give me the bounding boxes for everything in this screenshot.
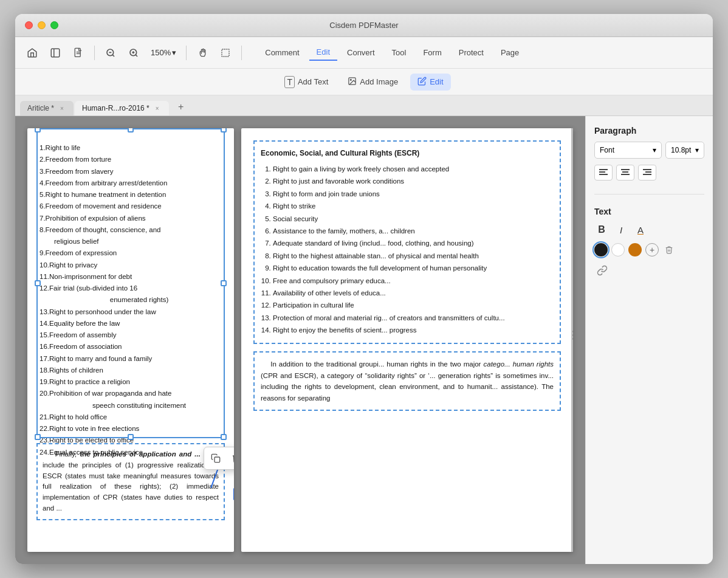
pdf-page-left[interactable]: 1.Right to life 2.Freedom from torture 3… xyxy=(27,128,234,552)
pdf-page-right[interactable]: Economic, Social, and Cultural Rights (E… xyxy=(241,128,573,552)
doc-tab-human-label: Human-R...ro-2016 * xyxy=(82,104,149,112)
solidarity-text-box[interactable]: In addition to the traditional groupi...… xyxy=(253,351,561,411)
list-item: 7.Prohibition of expulsion of aliens xyxy=(39,213,222,224)
doc-tab-article[interactable]: Ariticle * × xyxy=(20,101,74,115)
zoom-in-icon[interactable] xyxy=(124,43,143,63)
list-item: 21.Right to hold office xyxy=(39,412,222,422)
tab-page[interactable]: Page xyxy=(493,45,526,60)
pdf-area: 1.Right to life 2.Freedom from torture 3… xyxy=(15,116,585,564)
context-menu xyxy=(204,447,234,470)
pdf-left-content: 1.Right to life 2.Freedom from torture 3… xyxy=(39,143,222,458)
window-title: Cisdem PDFMaster xyxy=(329,21,398,30)
svg-rect-19 xyxy=(599,174,608,175)
list-item: 1.Right to life xyxy=(39,143,222,153)
add-image-button[interactable]: Add Image xyxy=(340,74,405,91)
paragraph-section: Paragraph Font ▾ 10.8pt ▾ xyxy=(594,126,704,182)
svg-rect-25 xyxy=(643,174,651,175)
tab-tool[interactable]: Tool xyxy=(385,45,414,60)
list-item: 14.Equality before the law xyxy=(39,318,222,329)
bold-button[interactable]: B xyxy=(594,222,609,237)
escr-text-box[interactable]: Economic, Social, and Cultural Rights (E… xyxy=(253,140,561,344)
list-item: 16.Freedom of association xyxy=(39,342,222,352)
font-size-selector[interactable]: 10.8pt ▾ xyxy=(665,142,704,159)
text-section: Text B I A + xyxy=(594,207,704,278)
list-item: 5.Right to humane treatment in detention xyxy=(39,190,222,200)
font-selector[interactable]: Font ▾ xyxy=(594,142,662,159)
solidarity-text: In addition to the traditional groupi...… xyxy=(261,359,554,404)
svg-rect-22 xyxy=(621,174,630,175)
font-controls: Font ▾ 10.8pt ▾ xyxy=(594,142,704,159)
paragraph-text: Finally, the principles of application a… xyxy=(43,449,219,514)
divider1 xyxy=(94,46,95,60)
context-copy-button[interactable] xyxy=(207,450,225,467)
hand-tool-icon[interactable] xyxy=(193,43,212,63)
doc-tab-human[interactable]: Human-R...ro-2016 * × xyxy=(75,101,169,115)
list-item: 10.Right to privacy xyxy=(39,260,222,270)
text-box-paragraph[interactable]: Finally, the principles of application a… xyxy=(36,443,225,520)
maximize-button[interactable] xyxy=(50,21,58,29)
add-text-button[interactable]: T Add Text xyxy=(277,73,335,91)
file-icon[interactable] xyxy=(69,43,88,63)
list-item: 11.Non-imprisonment for debt xyxy=(39,272,222,282)
mouse-cursor xyxy=(231,487,234,507)
color-delete-button[interactable] xyxy=(662,243,676,256)
close-button[interactable] xyxy=(25,21,33,29)
paragraph-section-title: Paragraph xyxy=(594,126,704,136)
titlebar: Cisdem PDFMaster xyxy=(15,14,713,37)
doc-tab-article-label: Ariticle * xyxy=(27,104,54,112)
zoom-level-text: 150% xyxy=(151,48,171,57)
add-text-label: Add Text xyxy=(298,77,328,86)
svg-rect-12 xyxy=(222,49,229,57)
doc-tab-article-close[interactable]: × xyxy=(58,104,66,112)
align-left-button[interactable] xyxy=(594,165,613,181)
svg-rect-21 xyxy=(622,171,628,173)
color-black[interactable] xyxy=(594,243,608,256)
underline-a-button[interactable]: A xyxy=(633,222,648,237)
list-item: enumerated rights) xyxy=(57,295,222,305)
list-item: 13.Right to personhood under the law xyxy=(39,307,222,317)
home-icon[interactable] xyxy=(22,43,42,63)
escr-heading: Economic, Social, and Cultural Rights (E… xyxy=(261,148,554,159)
edit-button[interactable]: Edit xyxy=(410,74,450,91)
font-label: Font xyxy=(600,146,614,154)
sidebar-toggle-icon[interactable] xyxy=(46,43,65,63)
nav-tabs: Comment Edit Convert Tool Form Protect P… xyxy=(258,44,526,61)
divider3 xyxy=(241,46,242,60)
main-content: 1.Right to life 2.Freedom from torture 3… xyxy=(15,116,713,564)
color-orange[interactable] xyxy=(628,243,642,256)
drag-handle[interactable] xyxy=(571,323,573,348)
list-item: speech constituting incitement xyxy=(57,401,222,411)
italic-button[interactable]: I xyxy=(614,222,628,237)
list-item: 19.Right to practice a religion xyxy=(39,377,222,387)
link-button[interactable] xyxy=(594,263,610,278)
svg-marker-16 xyxy=(233,488,234,503)
color-white[interactable] xyxy=(611,243,625,256)
zoom-out-icon[interactable] xyxy=(101,43,120,63)
align-right-button[interactable] xyxy=(638,165,656,181)
tab-protect[interactable]: Protect xyxy=(452,45,491,60)
edit-label: Edit xyxy=(430,77,443,86)
doc-tab-human-close[interactable]: × xyxy=(153,104,162,112)
svg-rect-17 xyxy=(599,169,608,170)
right-panel: Paragraph Font ▾ 10.8pt ▾ xyxy=(585,116,713,564)
svg-rect-20 xyxy=(621,169,630,170)
tab-form[interactable]: Form xyxy=(416,45,448,60)
traffic-lights xyxy=(25,21,58,29)
list-item: 2.Freedom from torture xyxy=(39,154,222,165)
color-add-button[interactable]: + xyxy=(645,243,659,256)
list-item: 8.Freedom of thought, conscience, and xyxy=(39,225,222,235)
add-image-icon xyxy=(348,77,357,88)
tab-edit[interactable]: Edit xyxy=(309,44,337,61)
add-tab-button[interactable]: + xyxy=(173,98,190,115)
list-item: 3.Freedom from slavery xyxy=(39,167,222,177)
edit-icon xyxy=(417,77,427,88)
align-center-button[interactable] xyxy=(616,165,634,181)
zoom-level-control[interactable]: 150% ▾ xyxy=(147,46,180,59)
sub-toolbar: T Add Text Add Image Edit xyxy=(15,69,713,95)
minimize-button[interactable] xyxy=(38,21,46,29)
list-item: 18.Rights of children xyxy=(39,365,222,376)
context-delete-button[interactable] xyxy=(227,450,234,467)
select-tool-icon[interactable] xyxy=(216,43,235,63)
tab-comment[interactable]: Comment xyxy=(258,45,306,60)
tab-convert[interactable]: Convert xyxy=(340,45,382,60)
